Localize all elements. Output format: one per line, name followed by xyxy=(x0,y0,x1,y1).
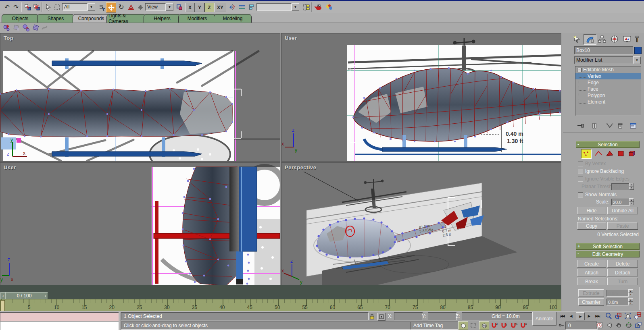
time-configuration-icon[interactable] xyxy=(595,321,603,329)
arc-rotate-icon[interactable] xyxy=(624,321,633,329)
modifier-stack[interactable]: − Editable Mesh Vertex Edge Face Polygon… xyxy=(575,66,641,116)
stack-item-edge[interactable]: Edge xyxy=(575,79,641,86)
track-bar-ruler[interactable]: 5101520253035404550556065707580859095100 xyxy=(0,299,561,311)
viewport-label[interactable]: User xyxy=(4,164,16,170)
select-and-move-icon[interactable] xyxy=(106,2,116,12)
material-editor-icon[interactable] xyxy=(324,2,333,12)
tab-shapes[interactable]: Shapes xyxy=(37,14,74,23)
array-icon[interactable] xyxy=(237,2,246,12)
turn-button[interactable]: Turn xyxy=(607,278,638,285)
track-bar-frame-indicator[interactable] xyxy=(0,300,5,311)
time-slider-right-arrow[interactable]: › xyxy=(43,292,48,299)
object-color-swatch[interactable] xyxy=(634,47,642,54)
show-end-result-icon[interactable] xyxy=(590,122,599,130)
stack-item-element[interactable]: Element xyxy=(575,99,641,105)
ignore-visible-edges-checkbox[interactable] xyxy=(578,176,583,182)
align-icon[interactable] xyxy=(247,2,256,12)
utilities-panel-tab[interactable] xyxy=(634,34,640,44)
dropdown-arrow-icon[interactable]: ▼ xyxy=(166,3,173,11)
listener-splitter[interactable] xyxy=(119,312,120,330)
select-object-icon[interactable] xyxy=(44,2,53,12)
extrude-field[interactable]: 0.0m xyxy=(606,290,629,297)
object-name-field[interactable]: Box10 xyxy=(574,46,633,54)
break-button[interactable]: Break xyxy=(577,278,606,285)
spinner-down-icon[interactable]: ▼ xyxy=(628,302,633,305)
viewport-label[interactable]: User xyxy=(285,35,297,41)
morph-compound-icon[interactable] xyxy=(2,23,11,32)
select-and-link-icon[interactable] xyxy=(23,2,32,12)
restrict-to-xy-plane-button[interactable]: XY xyxy=(214,3,226,12)
y-coordinate-field[interactable] xyxy=(428,312,457,320)
mirror-icon[interactable] xyxy=(227,2,237,12)
hierarchy-panel-tab[interactable] xyxy=(596,34,608,44)
attach-button[interactable]: Attach xyxy=(577,269,606,276)
use-pivot-point-center-icon[interactable] xyxy=(175,2,184,12)
undo-icon[interactable]: ↶ xyxy=(2,2,12,12)
show-normals-checkbox[interactable] xyxy=(578,192,583,197)
restrict-to-z-button[interactable]: Z xyxy=(204,3,214,12)
spinner-up-icon[interactable]: ▲ xyxy=(628,298,633,302)
time-slider-track[interactable]: ‹ 0 / 100 › xyxy=(0,285,561,299)
select-by-name-icon[interactable] xyxy=(97,2,106,12)
x-coordinate-field[interactable] xyxy=(394,312,423,320)
rectangular-selection-region-icon[interactable] xyxy=(52,2,62,12)
spinner-up-icon[interactable]: ▲ xyxy=(629,198,634,202)
tab-lights-cameras[interactable]: Lights & Cameras xyxy=(106,14,146,23)
paste-button[interactable]: Paste xyxy=(607,222,638,230)
selection-rollout-header[interactable]: - Selection xyxy=(576,141,640,148)
ignore-backfacing-checkbox[interactable] xyxy=(578,169,583,174)
connect-compound-icon[interactable] xyxy=(22,23,31,32)
planar-thresh-field[interactable]: 45.0 xyxy=(611,183,630,190)
selection-region-mode-icon[interactable] xyxy=(469,321,478,329)
edge-subobject-icon[interactable] xyxy=(594,150,603,157)
stack-item-polygon[interactable]: Polygon xyxy=(575,92,641,99)
absolute-offset-mode-icon[interactable] xyxy=(377,313,386,321)
scatter-compound-icon[interactable] xyxy=(12,23,21,32)
chamfer-field[interactable]: 0.0m xyxy=(606,299,629,305)
add-time-tag[interactable]: Add Time Tag xyxy=(411,322,461,330)
viewport-perspective[interactable]: ø1.0 m 3.3 ft dia 0.7 m 2.5 ft z x y Per… xyxy=(281,162,562,286)
modify-panel-tab[interactable] xyxy=(584,34,596,45)
restrict-to-y-button[interactable]: Y xyxy=(195,3,204,12)
spinner-snap-toggle-icon[interactable] xyxy=(519,321,528,329)
tab-modeling[interactable]: Modeling xyxy=(214,14,252,23)
create-button[interactable]: Create xyxy=(577,260,606,268)
next-frame-button[interactable]: |▶ xyxy=(585,312,593,320)
loft-compound-icon[interactable] xyxy=(40,23,49,32)
expand-icon[interactable]: + xyxy=(577,243,580,249)
unlink-selection-icon[interactable] xyxy=(32,2,41,12)
select-and-rotate-icon[interactable]: ↻ xyxy=(117,2,126,12)
key-mode-toggle-icon[interactable] xyxy=(558,322,565,328)
go-to-start-button[interactable]: |◀◀ xyxy=(558,312,566,320)
viewport-label[interactable]: Top xyxy=(4,35,13,41)
stack-item-editable-mesh[interactable]: − Editable Mesh xyxy=(575,66,641,73)
field-of-view-icon[interactable] xyxy=(605,321,614,329)
tab-modifiers[interactable]: Modifiers xyxy=(178,14,216,23)
scale-spinner[interactable]: ▲ ▼ xyxy=(629,198,634,205)
viewport-user-front-canvas[interactable]: z y x xyxy=(0,163,280,286)
play-animation-button[interactable]: ▶ xyxy=(576,312,585,320)
open-track-view-icon[interactable] xyxy=(302,2,311,12)
redo-icon[interactable]: ↷ xyxy=(11,2,21,12)
tab-helpers[interactable]: Helpers xyxy=(144,14,181,23)
dropdown-arrow-icon[interactable]: ▼ xyxy=(292,3,299,11)
crossing-window-mode-icon[interactable] xyxy=(479,321,489,330)
scale-field[interactable]: 20.0 xyxy=(611,199,630,205)
make-unique-icon[interactable] xyxy=(605,122,615,130)
viewport-label[interactable]: Perspective xyxy=(285,164,317,170)
polygon-subobject-icon[interactable] xyxy=(617,150,625,157)
collapse-icon[interactable]: - xyxy=(577,251,579,257)
collapse-icon[interactable]: - xyxy=(577,141,579,147)
remove-modifier-icon[interactable] xyxy=(615,122,625,130)
spinner-down-icon[interactable]: ▼ xyxy=(628,293,633,297)
restrict-to-x-button[interactable]: X xyxy=(185,3,195,12)
maxscript-listener-macro-line[interactable] xyxy=(0,312,119,322)
dropdown-arrow-icon[interactable]: ▼ xyxy=(88,3,95,11)
stack-item-vertex[interactable]: Vertex xyxy=(575,73,641,79)
named-selection-sets-dropdown[interactable]: ▼ xyxy=(256,3,299,11)
viewport-user-side[interactable]: 0.40 m 1.30 ft z x y User xyxy=(281,33,562,162)
animate-button[interactable]: Animate xyxy=(532,312,556,326)
viewport-user-front[interactable]: z y x User xyxy=(0,162,280,286)
dropdown-arrow-icon[interactable]: ▼ xyxy=(633,56,641,64)
modifier-list-dropdown[interactable]: Modifier List ▼ xyxy=(574,56,641,64)
